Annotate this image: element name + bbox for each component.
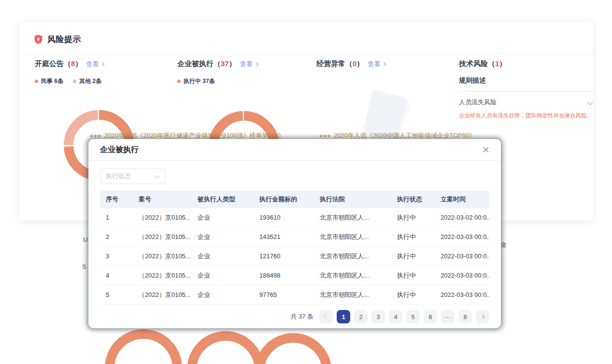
table-cell: 企业 <box>192 247 254 266</box>
table-row: 4（2022）京0105...企业189498北京市朝阳区人...执行中2022… <box>100 266 489 285</box>
table-header-cell: 立案时间 <box>435 191 489 208</box>
chevron-down-icon <box>587 99 593 105</box>
table-cell: 143521 <box>254 227 314 247</box>
section-title-row: 企业被执行（37） 查看 <box>177 59 315 69</box>
background-donut-arc <box>105 329 182 364</box>
legend-item: 其他 2条 <box>73 77 101 85</box>
table-cell: 2 <box>100 227 133 247</box>
pagination-total: 共 37 条 <box>290 312 313 321</box>
table-cell: 189498 <box>254 266 314 285</box>
pagination-next-button[interactable] <box>476 310 489 323</box>
table-cell: 1 <box>100 208 133 227</box>
table-head: 序号案号被执行人类型执行金额标的执行法院执行状态立案时间 <box>100 191 489 208</box>
execution-status-select[interactable]: 执行状态 <box>100 168 166 184</box>
risk-item-row[interactable]: 人员流失风险 <box>459 98 593 107</box>
table-cell: （2022）京0105... <box>133 285 192 305</box>
section-title: 技术风险 <box>459 59 488 69</box>
table-cell: 北京市朝阳区人... <box>314 285 391 305</box>
section-title: 经营异常 <box>316 59 345 69</box>
table-cell: 执行中 <box>391 247 435 266</box>
modal-body: 执行状态 序号案号被执行人类型执行金额标的执行法院执行状态立案时间 1（2022… <box>88 161 501 323</box>
table-cell: 121760 <box>254 247 314 266</box>
section-title-row: 技术风险（1） <box>459 59 593 69</box>
table-cell: 北京市朝阳区人... <box>314 266 391 285</box>
pagination-prev-button[interactable] <box>319 310 333 323</box>
table-row: 3（2022）京0105...企业121760北京市朝阳区人...执行中2022… <box>100 247 489 266</box>
table-cell: 企业 <box>192 285 254 305</box>
legend-item: 民事 6条 <box>35 77 63 85</box>
pagination: 共 37 条 123456···8 <box>100 310 489 323</box>
close-icon[interactable] <box>483 146 489 153</box>
table-cell: 北京市朝阳区人... <box>314 247 391 266</box>
pagination-page-button[interactable]: 4 <box>389 310 402 323</box>
chevron-down-icon <box>154 173 159 178</box>
section-technical-risk: 技术风险（1） 规则描述 人员流失风险 企业研发人员有流失趋势，团队稳定性存在潜… <box>459 59 593 119</box>
section-title: 开庭公告 <box>35 59 64 69</box>
table-cell: 企业 <box>192 208 254 227</box>
pagination-page-button[interactable]: 1 <box>337 310 350 323</box>
legend-dot-icon <box>177 80 181 83</box>
count-badge: 8 <box>71 59 75 68</box>
table-cell: 2022-03-02 00:0... <box>435 208 489 227</box>
pagination-pages: 123456···8 <box>337 310 472 323</box>
table-header-cell: 序号 <box>100 191 133 208</box>
view-link[interactable]: 查看 <box>368 60 385 69</box>
pagination-page-button[interactable]: 5 <box>406 310 420 323</box>
pagination-page-button[interactable]: 8 <box>458 310 472 323</box>
risk-item-description: 企业研发人员有流失趋势，团队稳定性存在潜在风险。 <box>459 112 593 119</box>
execution-table: 序号案号被执行人类型执行金额标的执行法院执行状态立案时间 1（2022）京010… <box>100 191 489 305</box>
table-cell: 193610 <box>254 208 314 227</box>
table-cell: 5 <box>100 285 133 305</box>
table-cell: （2022）京0105... <box>133 227 192 247</box>
page: 风险提示 开庭公告（8） 查看 民事 6条其他 2条 企业被执行（37） 查看 … <box>0 0 612 364</box>
section-court-announcements: 开庭公告（8） 查看 民事 6条其他 2条 <box>35 59 175 85</box>
count-badge: 1 <box>495 59 499 68</box>
select-placeholder: 执行状态 <box>106 172 131 181</box>
risk-card-header: 风险提示 <box>34 34 81 45</box>
chevron-right-icon <box>481 315 484 319</box>
rule-description-label: 规则描述 <box>459 76 593 85</box>
background-donut-arc <box>255 333 332 364</box>
pagination-page-button[interactable]: 6 <box>424 310 437 323</box>
pagination-page-button[interactable]: 3 <box>371 310 385 323</box>
table-cell: 企业 <box>192 227 254 247</box>
chevron-right-icon <box>254 62 258 66</box>
table-cell: 执行中 <box>391 285 435 305</box>
legend-label: 民事 6条 <box>41 77 63 85</box>
table-cell: 北京市朝阳区人... <box>314 227 391 247</box>
chart-legend: 民事 6条其他 2条 <box>35 77 175 85</box>
section-title-row: 开庭公告（8） 查看 <box>35 59 175 69</box>
pagination-ellipsis[interactable]: ··· <box>441 310 455 323</box>
count-badge: 0 <box>353 59 356 68</box>
section-enterprise-execution: 企业被执行（37） 查看 执行中 37条 <box>177 59 315 85</box>
legend-item: 执行中 37条 <box>177 77 215 85</box>
risk-item-name: 人员流失风险 <box>459 98 497 107</box>
table-cell: 2022-03-03 00:0... <box>435 247 489 266</box>
section-title-row: 经营异常（0） 查看 <box>316 59 456 69</box>
table-cell: 执行中 <box>391 208 435 227</box>
chevron-right-icon <box>100 62 104 66</box>
table-header-cell: 案号 <box>133 191 192 208</box>
pagination-page-button[interactable]: 2 <box>354 310 368 323</box>
legend-label: 执行中 37条 <box>184 77 215 85</box>
table-cell: 4 <box>100 266 133 285</box>
view-link[interactable]: 查看 <box>240 60 258 69</box>
legend-dot-icon <box>73 80 76 83</box>
chevron-left-icon <box>324 315 328 319</box>
background-donut-arc <box>187 331 264 364</box>
table-cell: 2022-03-03 00:0... <box>435 266 489 285</box>
table-row: 1（2022）京0105...企业193610北京市朝阳区人...执行中2022… <box>100 208 489 227</box>
legend-label: 其他 2条 <box>79 77 101 85</box>
legend-dot-icon <box>35 80 38 83</box>
view-link[interactable]: 查看 <box>86 60 104 69</box>
table-cell: 北京市朝阳区人... <box>314 208 391 227</box>
modal-title: 企业被执行 <box>100 145 139 155</box>
table-header-cell: 执行金额标的 <box>254 191 314 208</box>
table-cell: 3 <box>100 247 133 266</box>
chart-legend: 执行中 37条 <box>177 77 315 85</box>
table-cell: 执行中 <box>391 266 435 285</box>
table-body: 1（2022）京0105...企业193610北京市朝阳区人...执行中2022… <box>100 208 489 305</box>
background-fragment: S <box>82 263 86 270</box>
table-row: 2（2022）京0105...企业143521北京市朝阳区人...执行中2022… <box>100 227 489 247</box>
shield-lightning-icon <box>34 34 43 44</box>
